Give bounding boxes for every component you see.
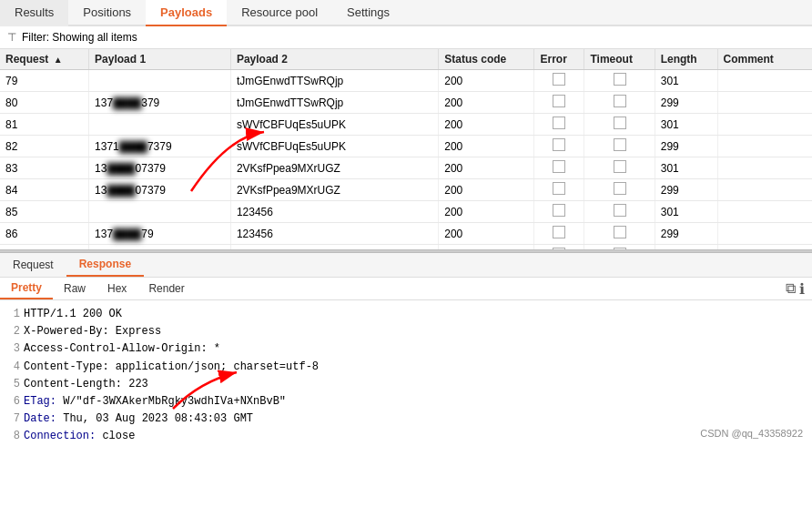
filter-bar: ⊤ Filter: Showing all items [0, 26, 812, 49]
tab-positions[interactable]: Positions [68, 0, 146, 26]
table-row[interactable]: 85123456200301 [0, 201, 812, 223]
cell-timeout [584, 114, 655, 136]
results-table: Request ▲ Payload 1 Payload 2 Status cod… [0, 49, 812, 249]
response-line: 4Content-Type: application/json; charset… [7, 359, 805, 376]
line-content: ETag: W/"df-3WXAkerMbRgky3wdhIVa+NXnBvB" [24, 393, 805, 411]
table-row[interactable]: 79tJmGEnwdTTSwRQjp200301 [0, 70, 812, 92]
cell-status: 200 [439, 157, 534, 179]
table-row[interactable]: 8413████073792VKsfPpea9MXrUGZ200299 [0, 179, 812, 201]
cell-status: 200 [439, 201, 534, 223]
cell-length: 301 [655, 201, 717, 223]
line-content: Content-Type: application/json; charset=… [24, 359, 805, 376]
cell-status: 200 [439, 70, 534, 92]
cell-payload2: 123456 [230, 223, 438, 245]
line-number: 8 [7, 428, 20, 445]
cell-length: 301 [655, 114, 717, 136]
cell-payload1: 137████379 [89, 92, 231, 114]
cell-payload1: 1371████7379 [89, 136, 231, 157]
tab-request[interactable]: Request [0, 254, 66, 276]
cell-comment [717, 92, 812, 114]
cell-timeout [584, 223, 655, 245]
cell-comment [717, 114, 812, 136]
response-line: 1HTTP/1.1 200 OK [7, 306, 805, 323]
cell-error [534, 223, 584, 245]
cell-error [534, 201, 584, 223]
cell-timeout [584, 70, 655, 92]
cell-timeout [584, 179, 655, 201]
cell-timeout [584, 92, 655, 114]
col-status[interactable]: Status code [439, 49, 534, 70]
copy-icon[interactable]: ⧉ [786, 280, 796, 297]
tab-response[interactable]: Response [66, 253, 144, 277]
cell-length: 301 [655, 70, 717, 92]
cell-payload2: 123456 [230, 201, 438, 223]
cell-payload1: 137████79 [89, 223, 231, 245]
results-table-area: Request ▲ Payload 1 Payload 2 Status cod… [0, 49, 812, 249]
watermark: CSDN @qq_43358922 [700, 428, 803, 439]
response-line: 2X-Powered-By: Express [7, 323, 805, 340]
cell-payload1: 13████07379 [89, 157, 231, 179]
cell-payload2: tJmGEnwdTTSwRQjp [230, 70, 438, 92]
line-number: 9 [7, 446, 20, 447]
tab-resource-pool[interactable]: Resource pool [227, 0, 332, 26]
sub-tab-hex[interactable]: Hex [96, 279, 137, 299]
tab-payloads[interactable]: Payloads [146, 0, 227, 26]
sub-tab-render[interactable]: Render [137, 279, 195, 299]
cell-status: 200 [439, 114, 534, 136]
col-error[interactable]: Error [534, 49, 584, 70]
cell-comment [717, 136, 812, 157]
bottom-panel: Request Response Pretty Raw Hex Render ⧉… [0, 253, 812, 446]
cell-payload1: 13████07379 [89, 179, 231, 201]
line-content: HTTP/1.1 200 OK [24, 306, 805, 323]
cell-payload1 [89, 114, 231, 136]
cell-status: 200 [439, 179, 534, 201]
cell-length: 299 [655, 223, 717, 245]
col-length[interactable]: Length [655, 49, 717, 70]
cell-error [534, 179, 584, 201]
sub-tab-raw[interactable]: Raw [53, 279, 96, 299]
line-content: Access-Control-Allow-Origin: * [24, 340, 805, 358]
col-request[interactable]: Request ▲ [0, 49, 89, 70]
table-row[interactable]: 81sWVfCBFUqEs5uUPK200301 [0, 114, 812, 136]
line-number: 4 [7, 359, 20, 376]
cell-request: 80 [0, 92, 89, 114]
col-timeout[interactable]: Timeout [584, 49, 655, 70]
sub-tab-pretty[interactable]: Pretty [0, 278, 53, 299]
table-row[interactable]: 821371████7379sWVfCBFUqEs5uUPK200299 [0, 136, 812, 157]
line-number: 6 [7, 393, 20, 411]
table-row[interactable]: 86137████79123456200299 [0, 223, 812, 245]
response-line: 6ETag: W/"df-3WXAkerMbRgky3wdhIVa+NXnBvB… [7, 393, 805, 411]
line-content: X-Powered-By: Express [24, 323, 805, 340]
col-payload2[interactable]: Payload 2 [230, 49, 438, 70]
cell-payload1 [89, 70, 231, 92]
cell-comment [717, 179, 812, 201]
cell-request: 82 [0, 136, 89, 157]
table-row[interactable]: 80137████379tJmGEnwdTTSwRQjp200299 [0, 92, 812, 114]
line-content [24, 446, 805, 447]
cell-comment [717, 157, 812, 179]
line-content: Content-Length: 223 [24, 376, 805, 393]
table-row[interactable]: 8313████073792VKsfPpea9MXrUGZ200301 [0, 157, 812, 179]
response-line: 5Content-Length: 223 [7, 376, 805, 393]
cell-request: 85 [0, 201, 89, 223]
cell-request: 81 [0, 114, 89, 136]
cell-timeout [584, 157, 655, 179]
cell-length: 299 [655, 92, 717, 114]
cell-comment [717, 223, 812, 245]
cell-payload2: 2VKsfPpea9MXrUGZ [230, 157, 438, 179]
tab-results[interactable]: Results [0, 0, 68, 26]
cell-status: 200 [439, 92, 534, 114]
cell-error [534, 136, 584, 157]
bottom-tabs-bar: Request Response [0, 253, 812, 278]
info-icon[interactable]: ℹ [799, 280, 805, 298]
cell-payload2: tJmGEnwdTTSwRQjp [230, 92, 438, 114]
cell-request: 79 [0, 70, 89, 92]
line-number: 5 [7, 376, 20, 393]
col-payload1[interactable]: Payload 1 [89, 49, 231, 70]
col-comment[interactable]: Comment [717, 49, 812, 70]
tab-settings[interactable]: Settings [332, 0, 404, 26]
cell-error [534, 70, 584, 92]
line-number: 3 [7, 340, 20, 358]
response-line: 9 [7, 446, 805, 447]
filter-text: Filter: Showing all items [22, 31, 137, 44]
